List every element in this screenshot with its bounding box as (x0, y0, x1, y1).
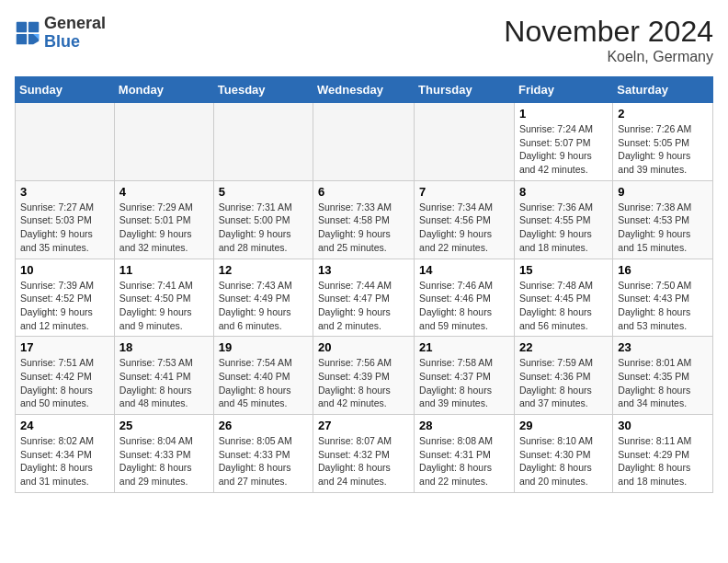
weekday-header: Sunday (16, 77, 115, 103)
day-number: 21 (419, 340, 509, 354)
calendar-cell: 11Sunrise: 7:41 AM Sunset: 4:50 PM Dayli… (114, 259, 213, 337)
calendar-cell: 29Sunrise: 8:10 AM Sunset: 4:30 PM Dayli… (514, 415, 612, 493)
calendar-cell: 26Sunrise: 8:05 AM Sunset: 4:33 PM Dayli… (213, 415, 313, 493)
day-detail: Sunrise: 7:53 AM Sunset: 4:41 PM Dayligh… (119, 356, 209, 410)
day-number: 20 (318, 340, 409, 354)
day-number: 1 (519, 107, 608, 121)
calendar-cell: 12Sunrise: 7:43 AM Sunset: 4:49 PM Dayli… (213, 259, 313, 337)
calendar-cell: 6Sunrise: 7:33 AM Sunset: 4:58 PM Daylig… (313, 180, 415, 259)
logo-icon (15, 20, 40, 46)
calendar-week-row: 24Sunrise: 8:02 AM Sunset: 4:34 PM Dayli… (16, 415, 713, 493)
svg-rect-2 (17, 34, 27, 44)
day-detail: Sunrise: 8:01 AM Sunset: 4:35 PM Dayligh… (618, 356, 708, 410)
day-detail: Sunrise: 7:54 AM Sunset: 4:40 PM Dayligh… (219, 356, 308, 410)
month-title: November 2024 (504, 15, 713, 49)
day-number: 11 (119, 263, 209, 277)
day-number: 30 (618, 419, 708, 432)
calendar-cell: 3Sunrise: 7:27 AM Sunset: 5:03 PM Daylig… (16, 180, 115, 259)
calendar-cell: 2Sunrise: 7:26 AM Sunset: 5:05 PM Daylig… (613, 103, 713, 181)
calendar-week-row: 1Sunrise: 7:24 AM Sunset: 5:07 PM Daylig… (16, 103, 713, 181)
calendar-cell: 1Sunrise: 7:24 AM Sunset: 5:07 PM Daylig… (514, 103, 612, 181)
day-detail: Sunrise: 8:11 AM Sunset: 4:29 PM Dayligh… (618, 434, 708, 488)
weekday-header: Monday (114, 77, 213, 103)
calendar-cell: 16Sunrise: 7:50 AM Sunset: 4:43 PM Dayli… (613, 259, 713, 337)
day-number: 19 (219, 340, 308, 354)
day-number: 12 (219, 263, 308, 277)
day-detail: Sunrise: 7:34 AM Sunset: 4:56 PM Dayligh… (419, 201, 509, 255)
calendar-cell: 24Sunrise: 8:02 AM Sunset: 4:34 PM Dayli… (16, 415, 115, 493)
calendar-cell (313, 103, 415, 181)
day-number: 6 (318, 185, 409, 199)
day-detail: Sunrise: 7:41 AM Sunset: 4:50 PM Dayligh… (119, 279, 209, 333)
day-number: 23 (618, 340, 708, 354)
calendar-cell: 27Sunrise: 8:07 AM Sunset: 4:32 PM Dayli… (313, 415, 415, 493)
day-number: 27 (318, 419, 409, 432)
weekday-header: Tuesday (213, 77, 313, 103)
day-number: 18 (119, 340, 209, 354)
calendar-cell: 30Sunrise: 8:11 AM Sunset: 4:29 PM Dayli… (613, 415, 713, 493)
location: Koeln, Germany (504, 49, 713, 65)
calendar-cell: 14Sunrise: 7:46 AM Sunset: 4:46 PM Dayli… (415, 259, 515, 337)
day-number: 8 (519, 185, 608, 199)
day-detail: Sunrise: 7:51 AM Sunset: 4:42 PM Dayligh… (20, 356, 109, 410)
day-detail: Sunrise: 7:24 AM Sunset: 5:07 PM Dayligh… (519, 122, 608, 177)
day-detail: Sunrise: 7:48 AM Sunset: 4:45 PM Dayligh… (519, 279, 608, 333)
calendar-cell: 9Sunrise: 7:38 AM Sunset: 4:53 PM Daylig… (613, 180, 713, 259)
day-detail: Sunrise: 7:59 AM Sunset: 4:36 PM Dayligh… (519, 356, 608, 410)
day-detail: Sunrise: 7:33 AM Sunset: 4:58 PM Dayligh… (318, 201, 409, 255)
calendar-cell: 28Sunrise: 8:08 AM Sunset: 4:31 PM Dayli… (415, 415, 515, 493)
day-detail: Sunrise: 7:44 AM Sunset: 4:47 PM Dayligh… (318, 279, 409, 333)
day-detail: Sunrise: 7:46 AM Sunset: 4:46 PM Dayligh… (419, 279, 509, 333)
calendar-cell: 8Sunrise: 7:36 AM Sunset: 4:55 PM Daylig… (514, 180, 612, 259)
calendar-cell: 10Sunrise: 7:39 AM Sunset: 4:52 PM Dayli… (16, 259, 115, 337)
page-header: General Blue November 2024 Koeln, German… (15, 15, 713, 65)
calendar-week-row: 10Sunrise: 7:39 AM Sunset: 4:52 PM Dayli… (16, 259, 713, 337)
calendar-cell: 19Sunrise: 7:54 AM Sunset: 4:40 PM Dayli… (213, 337, 313, 415)
day-number: 15 (519, 263, 608, 277)
calendar-cell: 21Sunrise: 7:58 AM Sunset: 4:37 PM Dayli… (415, 337, 515, 415)
day-detail: Sunrise: 8:02 AM Sunset: 4:34 PM Dayligh… (20, 434, 109, 488)
day-number: 2 (618, 107, 708, 121)
day-number: 14 (419, 263, 509, 277)
day-detail: Sunrise: 8:07 AM Sunset: 4:32 PM Dayligh… (318, 434, 409, 488)
calendar-cell (16, 103, 115, 181)
weekday-header-row: SundayMondayTuesdayWednesdayThursdayFrid… (16, 77, 713, 103)
day-number: 4 (119, 185, 209, 199)
day-detail: Sunrise: 7:31 AM Sunset: 5:00 PM Dayligh… (219, 201, 308, 255)
calendar-week-row: 17Sunrise: 7:51 AM Sunset: 4:42 PM Dayli… (16, 337, 713, 415)
calendar-cell: 4Sunrise: 7:29 AM Sunset: 5:01 PM Daylig… (114, 180, 213, 259)
day-detail: Sunrise: 7:43 AM Sunset: 4:49 PM Dayligh… (219, 279, 308, 333)
weekday-header: Wednesday (313, 77, 415, 103)
calendar-cell: 5Sunrise: 7:31 AM Sunset: 5:00 PM Daylig… (213, 180, 313, 259)
calendar-week-row: 3Sunrise: 7:27 AM Sunset: 5:03 PM Daylig… (16, 180, 713, 259)
day-detail: Sunrise: 7:50 AM Sunset: 4:43 PM Dayligh… (618, 279, 708, 333)
day-number: 26 (219, 419, 308, 432)
calendar-cell: 20Sunrise: 7:56 AM Sunset: 4:39 PM Dayli… (313, 337, 415, 415)
day-detail: Sunrise: 7:58 AM Sunset: 4:37 PM Dayligh… (419, 356, 509, 410)
day-number: 24 (20, 419, 109, 432)
day-number: 3 (20, 185, 109, 199)
day-number: 28 (419, 419, 509, 432)
calendar-table: SundayMondayTuesdayWednesdayThursdayFrid… (15, 76, 713, 493)
day-number: 29 (519, 419, 608, 432)
weekday-header: Saturday (613, 77, 713, 103)
day-number: 17 (20, 340, 109, 354)
day-number: 9 (618, 185, 708, 199)
logo: General Blue (15, 15, 106, 52)
calendar-cell: 17Sunrise: 7:51 AM Sunset: 4:42 PM Dayli… (16, 337, 115, 415)
svg-rect-1 (28, 22, 39, 32)
day-number: 10 (20, 263, 109, 277)
title-block: November 2024 Koeln, Germany (504, 15, 713, 65)
day-detail: Sunrise: 7:27 AM Sunset: 5:03 PM Dayligh… (20, 201, 109, 255)
calendar-cell: 15Sunrise: 7:48 AM Sunset: 4:45 PM Dayli… (514, 259, 612, 337)
day-number: 22 (519, 340, 608, 354)
day-detail: Sunrise: 7:29 AM Sunset: 5:01 PM Dayligh… (119, 201, 209, 255)
calendar-cell (415, 103, 515, 181)
day-detail: Sunrise: 8:10 AM Sunset: 4:30 PM Dayligh… (519, 434, 608, 488)
calendar-cell: 22Sunrise: 7:59 AM Sunset: 4:36 PM Dayli… (514, 337, 612, 415)
weekday-header: Friday (514, 77, 612, 103)
day-detail: Sunrise: 7:38 AM Sunset: 4:53 PM Dayligh… (618, 201, 708, 255)
day-detail: Sunrise: 7:26 AM Sunset: 5:05 PM Dayligh… (618, 122, 708, 177)
logo-text: General Blue (44, 15, 106, 52)
day-detail: Sunrise: 8:08 AM Sunset: 4:31 PM Dayligh… (419, 434, 509, 488)
